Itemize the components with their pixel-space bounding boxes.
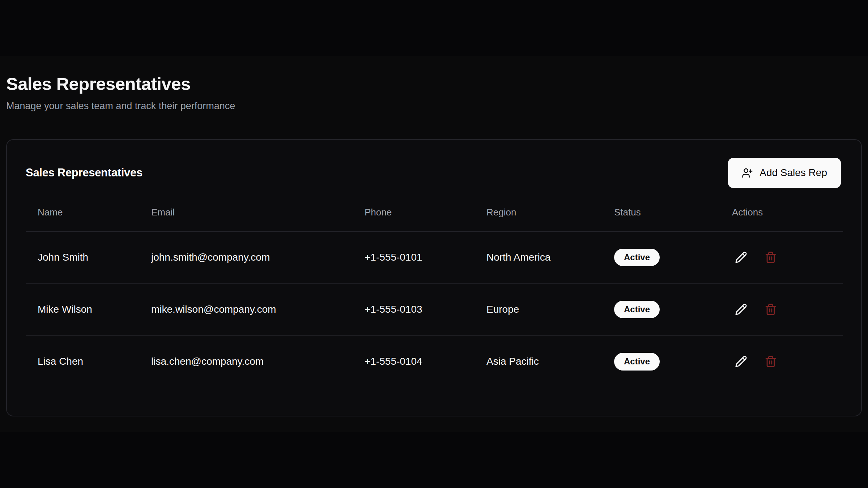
column-header-phone: Phone: [353, 199, 475, 231]
table-row: John Smith john.smith@company.com +1-555…: [26, 231, 843, 283]
trash-icon: [765, 355, 777, 368]
status-badge: Active: [614, 249, 660, 266]
status-badge: Active: [614, 301, 660, 318]
table-row: Mike Wilson mike.wilson@company.com +1-5…: [26, 283, 843, 335]
rep-region: Europe: [475, 283, 602, 335]
column-header-status: Status: [602, 199, 720, 231]
page-subtitle: Manage your sales team and track their p…: [6, 100, 862, 112]
add-sales-rep-button-label: Add Sales Rep: [760, 167, 827, 179]
trash-icon: [765, 303, 777, 316]
user-plus-icon: [742, 167, 753, 179]
edit-button[interactable]: [732, 248, 750, 266]
rep-email: john.smith@company.com: [139, 231, 353, 283]
page-title: Sales Representatives: [6, 74, 862, 94]
rep-email: lisa.chen@company.com: [139, 335, 353, 388]
pencil-icon: [735, 251, 747, 264]
column-header-email: Email: [139, 199, 353, 231]
main-content: Sales Representatives Manage your sales …: [0, 56, 868, 432]
rep-name: Lisa Chen: [26, 335, 139, 388]
delete-button[interactable]: [762, 300, 780, 318]
column-header-name: Name: [26, 199, 139, 231]
trash-icon: [765, 251, 777, 264]
edit-button[interactable]: [732, 352, 750, 371]
rep-email: mike.wilson@company.com: [139, 283, 353, 335]
status-badge: Active: [614, 353, 660, 370]
column-header-actions: Actions: [720, 199, 843, 231]
rep-name: Mike Wilson: [26, 283, 139, 335]
rep-region: Asia Pacific: [475, 335, 602, 388]
delete-button[interactable]: [762, 352, 780, 371]
top-header-band: [0, 0, 868, 56]
table-header-row: Name Email Phone Region Status Actions: [26, 199, 843, 231]
sales-reps-table: Name Email Phone Region Status Actions J…: [26, 199, 843, 388]
edit-button[interactable]: [732, 300, 750, 318]
column-header-region: Region: [475, 199, 602, 231]
delete-button[interactable]: [762, 248, 780, 266]
card-title: Sales Representatives: [26, 166, 142, 179]
table-container: Name Email Phone Region Status Actions J…: [7, 199, 861, 388]
pencil-icon: [735, 303, 747, 316]
rep-phone: +1-555-0103: [353, 283, 475, 335]
pencil-icon: [735, 355, 747, 368]
sales-reps-card: Sales Representatives Add Sales Rep: [6, 139, 862, 416]
card-header: Sales Representatives Add Sales Rep: [7, 140, 861, 199]
rep-phone: +1-555-0104: [353, 335, 475, 388]
rep-phone: +1-555-0101: [353, 231, 475, 283]
bottom-band: [0, 432, 868, 488]
rep-region: North America: [475, 231, 602, 283]
add-sales-rep-button[interactable]: Add Sales Rep: [728, 158, 841, 188]
table-row: Lisa Chen lisa.chen@company.com +1-555-0…: [26, 335, 843, 388]
rep-name: John Smith: [26, 231, 139, 283]
